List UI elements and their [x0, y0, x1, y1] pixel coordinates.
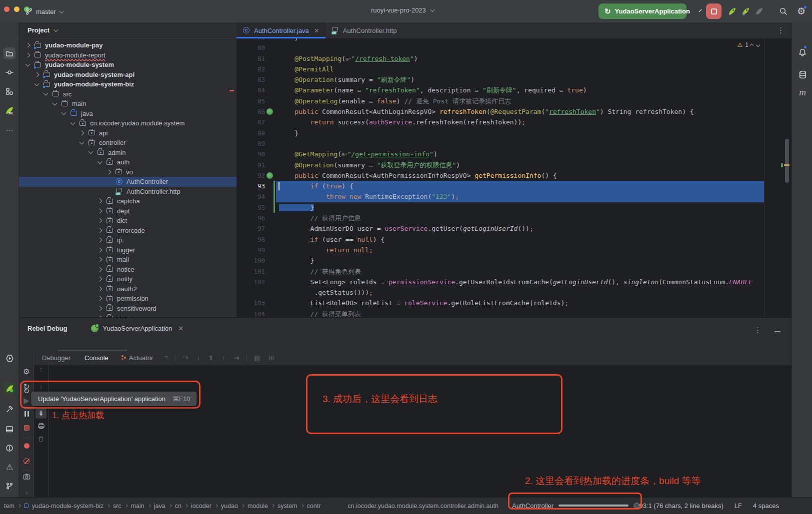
scroll-up-icon[interactable]: ↑	[34, 365, 48, 373]
chevron-expanded-icon[interactable]	[88, 149, 94, 154]
code-line[interactable]: 84 @Parameter(name = "refreshToken", des…	[236, 85, 792, 95]
layout-menu-icon[interactable]: ≡	[164, 354, 168, 362]
breadcrumb-item[interactable]: java	[154, 503, 166, 510]
code-line[interactable]: 91 @Operation(summary = "获取登录用户的权限信息")	[236, 160, 792, 170]
tree-item-cn-iocoder-yudao-module-system[interactable]: cn.iocoder.yudao.module.system	[19, 118, 236, 128]
tree-item-logger[interactable]: logger	[19, 245, 236, 255]
tree-item-yudao-module-pay[interactable]: yudao-module-pay	[19, 40, 236, 50]
code-line[interactable]: 94 throw new RuntimeException("123");	[236, 191, 792, 202]
code-line[interactable]: 85 @OperateLog(enable = false) // 避免 Pos…	[236, 96, 792, 106]
maven-tool-button[interactable]: m	[796, 86, 808, 98]
chevron-collapsed-icon[interactable]	[106, 169, 112, 174]
tree-item-authcontroller-http[interactable]: APIAuthController.http	[19, 187, 236, 197]
chevron-collapsed-icon[interactable]	[26, 52, 30, 57]
tab-actuator[interactable]: Actuator	[129, 354, 160, 362]
chevron-collapsed-icon[interactable]	[98, 228, 102, 233]
settings-button[interactable]: ⚙	[797, 5, 806, 17]
rebel-debug-tool-button[interactable]	[4, 382, 16, 394]
breadcrumb-item[interactable]: iocoder	[191, 503, 212, 510]
code-line[interactable]: 101 // 获得角色列表	[236, 266, 792, 277]
chevron-collapsed-icon[interactable]	[34, 72, 40, 77]
chevron-collapsed-icon[interactable]	[98, 267, 102, 272]
code-line[interactable]: 104 // 获得菜单列表	[236, 309, 792, 317]
clear-console-button[interactable]	[34, 436, 48, 443]
more-tool-windows-button[interactable]: ⋯	[4, 124, 16, 136]
tab-console[interactable]: Console	[78, 354, 116, 362]
run-configuration-button[interactable]: ↻ YudaoServerApplication	[598, 3, 686, 19]
tab-authcontroller-http[interactable]: API AuthController.http	[326, 22, 403, 38]
chevron-expanded-icon[interactable]	[52, 100, 58, 105]
caret-position[interactable]: 93:1 (76 chars, 2 line breaks)	[639, 502, 723, 510]
tree-item-permission[interactable]: permission	[19, 294, 236, 304]
tree-item-yudao-module-system-api[interactable]: yudao-module-system-api	[19, 70, 236, 80]
run-to-cursor-icon[interactable]: ⇥	[234, 354, 240, 362]
jrebel-run-icon[interactable]	[728, 6, 737, 16]
mute-breakpoints-button[interactable]	[19, 458, 34, 464]
code-line[interactable]: 98 if (user == null) {	[236, 234, 792, 245]
chevron-collapsed-icon[interactable]	[98, 247, 102, 252]
chevron-collapsed-icon[interactable]	[98, 286, 102, 291]
tree-item-sms[interactable]: sms	[19, 313, 236, 317]
close-icon[interactable]: ✕	[314, 27, 320, 34]
code-line[interactable]: 92 public CommonResult<AuthPermissionInf…	[236, 170, 792, 181]
code-line[interactable]: 81 @PostMapping(⊕▾"/refresh-token")	[236, 53, 792, 64]
tree-item-notice[interactable]: notice	[19, 265, 236, 275]
breadcrumb-item[interactable]: system	[278, 503, 298, 510]
breadcrumb-item[interactable]: yudao-module-system-biz	[32, 503, 104, 510]
tree-item-controller[interactable]: controller	[19, 138, 236, 148]
debug-settings-button[interactable]: ⚙	[19, 367, 34, 376]
breadcrumb-item[interactable]: yudao	[221, 503, 238, 510]
chevron-down-icon[interactable]	[699, 9, 702, 12]
breadcrumb-item[interactable]: cn	[175, 503, 182, 510]
code-line[interactable]: 96 // 获得用户信息	[236, 213, 792, 223]
tree-item-yudao-module-system[interactable]: yudao-module-system	[19, 60, 236, 70]
thread-dump-button[interactable]	[19, 473, 34, 481]
view-breakpoints-button[interactable]	[19, 443, 34, 449]
chevron-collapsed-icon[interactable]	[98, 218, 102, 223]
code-line[interactable]: 87 return success(authService.refreshTok…	[236, 117, 792, 127]
breadcrumb-item[interactable]: module	[248, 503, 268, 510]
code-line[interactable]: 97 AdminUserDO user = userService.getUse…	[236, 223, 792, 234]
tree-item-main[interactable]: main	[19, 99, 236, 109]
chevron-collapsed-icon[interactable]	[98, 238, 102, 243]
tab-authcontroller-java[interactable]: C AuthController.java ✕	[236, 22, 326, 38]
trace-icon[interactable]: ⊞	[268, 354, 274, 362]
stop-button[interactable]	[706, 3, 722, 19]
tree-item-dept[interactable]: dept	[19, 206, 236, 216]
chevron-expanded-icon[interactable]	[98, 159, 102, 164]
minimize-icon[interactable]	[774, 331, 780, 332]
chevron-collapsed-icon[interactable]	[98, 277, 102, 282]
prev-issue-icon[interactable]	[750, 43, 754, 47]
url-inlay-icon[interactable]: ⊕▾	[342, 151, 347, 158]
code-line[interactable]: 82 @PermitAll	[236, 64, 792, 74]
chevron-collapsed-icon[interactable]	[26, 43, 30, 48]
tree-item-yudao-module-report[interactable]: yudao-module-report	[19, 50, 236, 60]
database-tool-button[interactable]	[796, 68, 808, 80]
inspection-widget[interactable]: ⚠ 1	[734, 40, 762, 49]
git-branch-widget[interactable]: master	[25, 5, 62, 17]
code-editor[interactable]: 79 }8081 @PostMapping(⊕▾"/refresh-token"…	[236, 38, 792, 317]
tree-item-authcontroller[interactable]: CAuthController	[19, 177, 236, 187]
spring-bean-icon[interactable]	[266, 172, 273, 179]
chevron-expanded-icon[interactable]	[26, 61, 30, 66]
tree-item-notify[interactable]: notify	[19, 274, 236, 284]
scroll-to-end-button[interactable]: ⇟	[36, 408, 46, 419]
chevron-expanded-icon[interactable]	[34, 81, 40, 86]
close-icon[interactable]: ✕	[178, 325, 184, 332]
tree-item-errorcode[interactable]: errorcode	[19, 226, 236, 236]
code-line[interactable]: 86 public CommonResult<AuthLoginRespVO> …	[236, 106, 792, 117]
panel-options-icon[interactable]: ⋮	[754, 326, 762, 335]
chevron-collapsed-icon[interactable]	[98, 208, 102, 213]
code-line[interactable]: 93 if (true) {	[236, 181, 792, 191]
print-button[interactable]	[34, 422, 48, 430]
tree-item-yudao-module-system-biz[interactable]: yudao-module-system-biz	[19, 79, 236, 89]
tree-item-src[interactable]: src	[19, 89, 236, 99]
breadcrumbs[interactable]: temyudao-module-system-bizsrcmainjavacni…	[4, 503, 320, 510]
tree-item-java[interactable]: java	[19, 109, 236, 119]
stop-process-button[interactable]	[19, 425, 34, 431]
jrebel-tool-button[interactable]: JR	[4, 104, 16, 116]
evaluate-expression-icon[interactable]: ▦	[254, 354, 260, 362]
jrebel-debug-icon[interactable]	[741, 6, 750, 16]
code-line[interactable]: 89	[236, 138, 792, 149]
project-title-widget[interactable]: ruoyi-vue-pro-2023	[371, 6, 434, 14]
